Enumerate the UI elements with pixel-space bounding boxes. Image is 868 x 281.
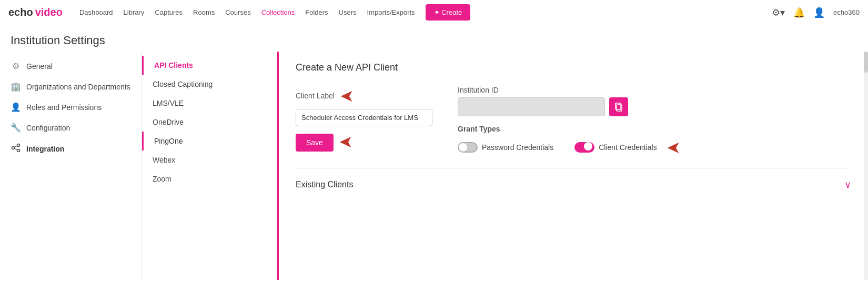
nav-library[interactable]: Library: [124, 8, 145, 16]
scrollbar-thumb[interactable]: [864, 52, 868, 73]
nav-folders[interactable]: Folders: [305, 8, 328, 16]
arrow-save: ➤: [339, 132, 353, 152]
institution-id-row: [458, 97, 681, 116]
existing-clients-title: Existing Clients: [296, 180, 353, 189]
svg-line-4: [14, 148, 17, 150]
nav-imports-exports[interactable]: Imports/Exports: [367, 8, 415, 16]
create-button[interactable]: ✦ Create: [426, 4, 471, 21]
middle-item-lms-vle[interactable]: LMS/VLE: [142, 94, 277, 113]
divider: [296, 168, 851, 168]
password-toggle[interactable]: [458, 142, 478, 153]
nav-users[interactable]: Users: [339, 8, 357, 16]
middle-item-api-clients[interactable]: API Clients: [142, 56, 277, 75]
settings-icon[interactable]: ⚙▾: [772, 7, 785, 18]
client-credentials-label: Client Credentials: [599, 143, 657, 152]
sidebar-item-config[interactable]: 🔧 Configuration: [0, 117, 142, 138]
user-icon[interactable]: 👤: [813, 7, 825, 18]
nav-right: ⚙▾ 🔔 👤 echo360: [772, 7, 860, 18]
sidebar-label-integration: Integration: [26, 145, 64, 153]
grant-types-title: Grant Types: [458, 125, 681, 133]
client-label-text: Client Label: [296, 92, 335, 100]
middle-panel: API Clients Closed Captioning LMS/VLE On…: [142, 52, 279, 280]
arrow-client-creds: ➤: [667, 137, 681, 157]
logo-echo: echo: [8, 6, 33, 18]
top-navigation: echovideo Dashboard Library Captures Roo…: [0, 0, 868, 25]
right-col: Institution ID Grant Types: [458, 86, 681, 157]
sidebar-label-general: General: [26, 62, 53, 71]
sidebar-label-config: Configuration: [26, 124, 70, 132]
nav-rooms[interactable]: Rooms: [193, 8, 215, 16]
middle-item-pingone[interactable]: PingOne: [142, 132, 277, 150]
nav-collections[interactable]: Collections: [261, 8, 295, 16]
nav-links: Dashboard Library Captures Rooms Courses…: [79, 4, 759, 21]
institution-id-value: [458, 97, 605, 116]
middle-item-zoom[interactable]: Zoom: [142, 169, 277, 188]
svg-point-0: [12, 147, 15, 149]
main-content: Create a New API Client Client Label ➤ S…: [279, 52, 868, 280]
logo-video: video: [35, 6, 63, 18]
chevron-down-icon[interactable]: ∨: [844, 179, 851, 190]
save-button[interactable]: Save: [296, 134, 334, 152]
sidebar-item-integration[interactable]: Integration: [0, 138, 142, 160]
user-name: echo360: [833, 8, 860, 16]
svg-point-1: [17, 144, 20, 147]
grant-types-group: Grant Types Password Credentials: [458, 125, 681, 157]
create-api-title: Create a New API Client: [296, 62, 851, 73]
gear-icon: ⚙: [11, 61, 21, 71]
middle-item-webex[interactable]: Webex: [142, 150, 277, 169]
client-label-group: Client Label ➤: [296, 86, 432, 126]
main-layout: ⚙ General 🏢 Organizations and Department…: [0, 52, 868, 280]
sidebar-item-roles[interactable]: 👤 Roles and Permissions: [0, 97, 142, 117]
org-icon: 🏢: [11, 82, 21, 92]
client-toggle[interactable]: [574, 142, 594, 153]
arrow-client-label: ➤: [340, 86, 354, 106]
sidebar-item-org-dept[interactable]: 🏢 Organizations and Departments: [0, 76, 142, 97]
password-credentials-item: Password Credentials: [458, 142, 553, 153]
sidebar-label-roles: Roles and Permissions: [26, 103, 102, 112]
client-credentials-item: Client Credentials ➤: [574, 137, 681, 157]
svg-line-3: [14, 146, 17, 147]
nav-dashboard[interactable]: Dashboard: [79, 8, 113, 16]
roles-icon: 👤: [11, 102, 21, 112]
existing-clients-row: Existing Clients ∨: [296, 179, 851, 190]
scrollbar-track[interactable]: [864, 52, 868, 280]
integration-icon: [11, 143, 21, 155]
institution-id-group: Institution ID: [458, 86, 681, 116]
middle-item-closed-cap[interactable]: Closed Captioning: [142, 75, 277, 94]
form-row: Client Label ➤ Save ➤ Institution ID: [296, 86, 851, 157]
left-sidebar: ⚙ General 🏢 Organizations and Department…: [0, 52, 142, 280]
nav-captures[interactable]: Captures: [155, 8, 183, 16]
svg-point-2: [17, 149, 20, 152]
client-label-input[interactable]: [296, 109, 432, 126]
sidebar-item-general[interactable]: ⚙ General: [0, 56, 142, 76]
sidebar-label-org-dept: Organizations and Departments: [26, 83, 130, 91]
logo: echovideo: [8, 6, 63, 18]
copy-button[interactable]: [609, 97, 628, 116]
bell-icon[interactable]: 🔔: [793, 7, 805, 18]
grant-types-row: Password Credentials Client Credentials: [458, 137, 681, 157]
config-icon: 🔧: [11, 123, 21, 133]
password-credentials-label: Password Credentials: [482, 143, 553, 152]
nav-courses[interactable]: Courses: [225, 8, 250, 16]
middle-item-onedrive[interactable]: OneDrive: [142, 113, 277, 132]
page-title: Institution Settings: [0, 25, 868, 52]
institution-id-label: Institution ID: [458, 86, 681, 94]
